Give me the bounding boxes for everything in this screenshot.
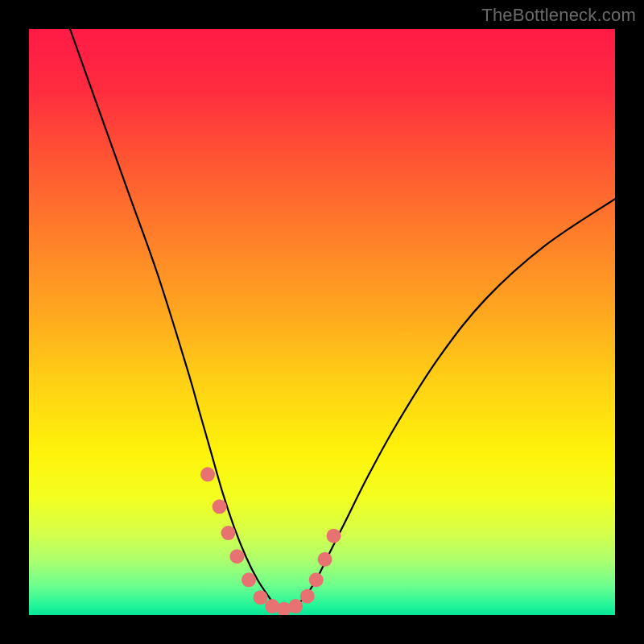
curve-layer — [29, 29, 615, 615]
curve-marker — [288, 599, 303, 613]
plot-area — [29, 29, 615, 615]
bottleneck-curve — [70, 29, 615, 609]
curve-marker — [229, 549, 244, 564]
curve-marker — [242, 572, 256, 587]
curve-marker — [300, 589, 315, 604]
curve-marker — [213, 499, 227, 514]
curve-marker — [327, 529, 341, 543]
curve-marker — [309, 572, 324, 587]
curve-marker — [200, 467, 215, 481]
watermark-text: TheBottleneck.com — [481, 5, 636, 26]
curve-marker — [318, 552, 332, 567]
curve-marker — [254, 590, 268, 605]
curve-marker — [221, 526, 236, 540]
chart-frame: TheBottleneck.com — [0, 0, 644, 644]
